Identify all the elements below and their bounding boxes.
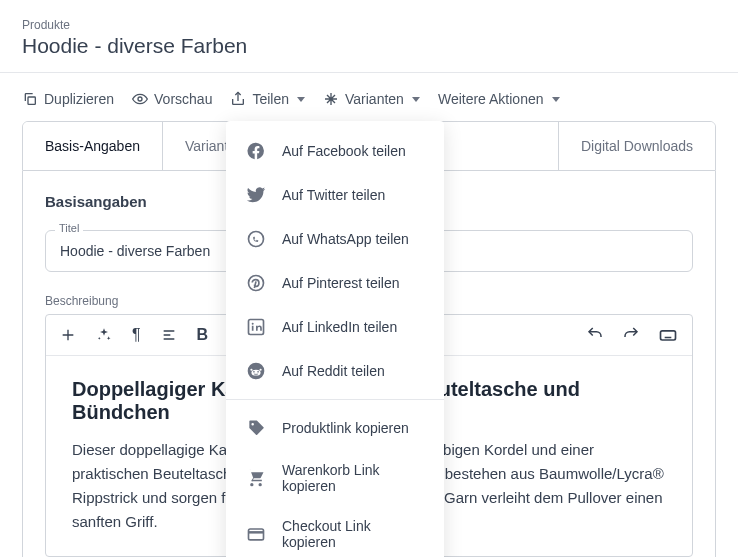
share-whatsapp-label: Auf WhatsApp teilen: [282, 231, 409, 247]
svg-rect-6: [252, 326, 254, 331]
share-reddit-label: Auf Reddit teilen: [282, 363, 385, 379]
linkedin-icon: [246, 317, 266, 337]
share-facebook[interactable]: Auf Facebook teilen: [226, 129, 444, 173]
share-linkedin[interactable]: Auf LinkedIn teilen: [226, 305, 444, 349]
share-dropdown: Auf Facebook teilen Auf Twitter teilen A…: [226, 121, 444, 557]
share-twitter[interactable]: Auf Twitter teilen: [226, 173, 444, 217]
svg-point-9: [253, 371, 255, 373]
vorschau-label: Vorschau: [154, 91, 212, 107]
copy-product-link[interactable]: Produktlink kopieren: [226, 406, 444, 450]
teilen-button[interactable]: Teilen: [230, 91, 305, 107]
duplizieren-label: Duplizieren: [44, 91, 114, 107]
bold-tool[interactable]: B: [197, 326, 209, 344]
share-pinterest[interactable]: Auf Pinterest teilen: [226, 261, 444, 305]
share-pinterest-label: Auf Pinterest teilen: [282, 275, 400, 291]
tag-icon: [246, 418, 266, 438]
breadcrumb[interactable]: Produkte: [22, 18, 716, 32]
chevron-down-icon: [297, 97, 305, 102]
svg-point-1: [138, 97, 142, 101]
varianten-icon: [323, 91, 339, 107]
varianten-label: Varianten: [345, 91, 404, 107]
undo-tool[interactable]: [586, 325, 604, 345]
svg-point-12: [250, 369, 252, 371]
tab-downloads[interactable]: Digital Downloads: [558, 122, 715, 170]
ai-tool[interactable]: [96, 327, 112, 343]
page-title: Hoodie - diverse Farben: [22, 34, 716, 58]
share-reddit[interactable]: Auf Reddit teilen: [226, 349, 444, 393]
share-whatsapp[interactable]: Auf WhatsApp teilen: [226, 217, 444, 261]
chevron-down-icon: [552, 97, 560, 102]
copy-checkout-link[interactable]: Checkout Link kopieren: [226, 506, 444, 557]
svg-rect-15: [661, 331, 676, 340]
redo-tool[interactable]: [622, 325, 640, 345]
copy-checkout-link-label: Checkout Link kopieren: [282, 518, 424, 550]
reddit-icon: [246, 361, 266, 381]
svg-rect-0: [28, 97, 35, 104]
chevron-down-icon: [412, 97, 420, 102]
titel-label: Titel: [55, 222, 83, 234]
copy-icon: [22, 91, 38, 107]
whatsapp-icon: [246, 229, 266, 249]
svg-point-10: [257, 371, 259, 373]
duplizieren-button[interactable]: Duplizieren: [22, 91, 114, 107]
pinterest-icon: [246, 273, 266, 293]
vorschau-button[interactable]: Vorschau: [132, 91, 212, 107]
svg-point-11: [260, 369, 262, 371]
share-icon: [230, 91, 246, 107]
svg-point-5: [252, 323, 254, 325]
share-linkedin-label: Auf LinkedIn teilen: [282, 319, 397, 335]
twitter-icon: [246, 185, 266, 205]
eye-icon: [132, 91, 148, 107]
cart-icon: [246, 468, 266, 488]
keyboard-tool[interactable]: [658, 325, 678, 345]
weitere-aktionen-button[interactable]: Weitere Aktionen: [438, 91, 560, 107]
weitere-label: Weitere Aktionen: [438, 91, 544, 107]
align-tool[interactable]: [161, 327, 177, 343]
varianten-button[interactable]: Varianten: [323, 91, 420, 107]
card-icon: [246, 524, 266, 544]
facebook-icon: [246, 141, 266, 161]
toolbar: Duplizieren Vorschau Teilen Varianten We…: [0, 73, 738, 121]
svg-point-2: [249, 232, 264, 247]
tab-basis[interactable]: Basis-Angaben: [23, 122, 163, 170]
teilen-label: Teilen: [252, 91, 289, 107]
share-twitter-label: Auf Twitter teilen: [282, 187, 385, 203]
copy-cart-link-label: Warenkorb Link kopieren: [282, 462, 424, 494]
add-tool[interactable]: [60, 327, 76, 343]
dropdown-divider: [226, 399, 444, 400]
copy-product-link-label: Produktlink kopieren: [282, 420, 409, 436]
paragraph-tool[interactable]: ¶: [132, 326, 141, 344]
copy-cart-link[interactable]: Warenkorb Link kopieren: [226, 450, 444, 506]
svg-rect-13: [249, 529, 264, 540]
share-facebook-label: Auf Facebook teilen: [282, 143, 406, 159]
